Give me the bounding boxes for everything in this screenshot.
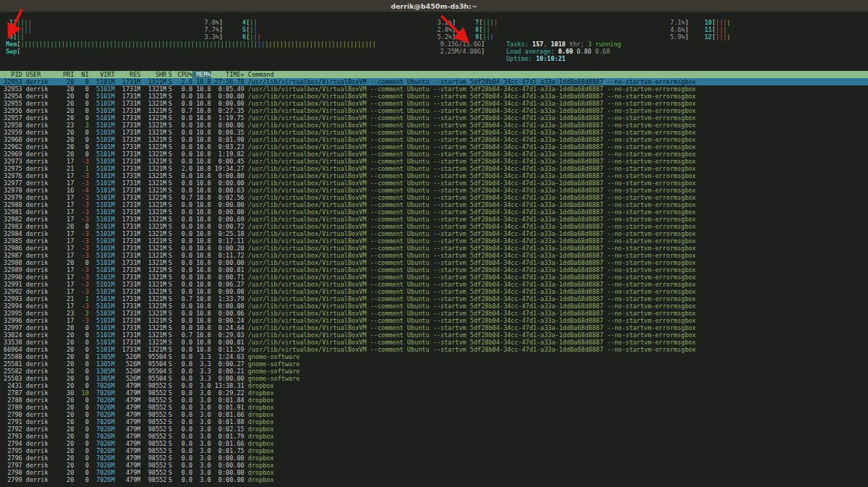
process-row[interactable]: 32957 derrik 20 0 5101M 1731M 1321M S 0.… — [0, 114, 868, 122]
process-row[interactable]: 32982 derrik 17 -3 5101M 1731M 1321M S 0… — [0, 216, 868, 223]
column-header-command[interactable]: Command — [244, 71, 868, 78]
process-row[interactable]: 2798 derrik 20 0 7026M 479M 98552 S 0.0 … — [0, 469, 868, 476]
cell-cpu: 0.0 — [174, 469, 192, 476]
process-row[interactable]: 32995 derrik 23 3 5101M 1731M 1321M S 0.… — [0, 310, 868, 317]
process-row[interactable]: 2795 derrik 20 0 7026M 479M 98552 S 0.0 … — [0, 447, 868, 454]
process-row[interactable]: 32954 derrik 20 0 5101M 1731M 1321M S 0.… — [0, 93, 868, 100]
cell-shr: 95504 — [140, 368, 166, 375]
process-row[interactable]: 32978 derrik 16 -4 5101M 1731M 1321M S 0… — [0, 187, 868, 194]
process-row-selected[interactable]: 32953 derrik 20 0 5101M 1731M 1321M S 2.… — [0, 78, 868, 85]
process-row[interactable]: 32955 derrik 20 0 5101M 1731M 1321M S 0.… — [0, 100, 868, 107]
column-header-res[interactable]: RES — [115, 71, 141, 78]
process-row[interactable]: 2431 derrik 20 0 7026M 479M 98552 S 0.0 … — [0, 382, 868, 389]
process-row[interactable]: 2789 derrik 20 0 7026M 479M 98552 S 0.0 … — [0, 404, 868, 411]
cell-user: derrik — [22, 136, 59, 143]
process-row[interactable]: 2790 derrik 20 0 7026M 479M 98552 S 0.0 … — [0, 411, 868, 418]
process-row[interactable]: 32979 derrik 17 -3 5101M 1731M 1321M S 0… — [0, 194, 868, 201]
process-row[interactable]: 32994 derrik 17 -3 5101M 1731M 1321M S 0… — [0, 302, 868, 310]
column-header-virt[interactable]: VIRT — [89, 71, 115, 78]
process-row[interactable]: 32997 derrik 20 0 5101M 1731M 1321M S 0.… — [0, 324, 868, 331]
process-row[interactable]: 25582 derrik 20 0 1305M 526M 95504 S 0.0… — [0, 368, 868, 375]
cell-res: 1731M — [115, 288, 141, 295]
process-row[interactable]: 2797 derrik 20 0 7026M 479M 98552 S 0.0 … — [0, 462, 868, 469]
process-row[interactable]: 32985 derrik 17 -3 5101M 1731M 1321M S 0… — [0, 237, 868, 245]
process-row[interactable]: 33024 derrik 20 0 5101M 1731M 1321M S 0.… — [0, 331, 868, 339]
process-row[interactable]: 32984 derrik 17 -3 5101M 1731M 1321M S 0… — [0, 230, 868, 237]
column-header-user[interactable]: USER — [22, 71, 59, 78]
stats-text: 1018 — [550, 41, 565, 48]
cell-res: 1731M — [115, 339, 141, 346]
process-row[interactable]: 32958 derrik 23 3 5101M 1731M 1321M S 0.… — [0, 122, 868, 129]
cell-pri: 17 — [59, 266, 74, 274]
stats-text: thr — [566, 41, 580, 48]
process-row[interactable]: 32960 derrik 20 0 5101M 1731M 1321M S 0.… — [0, 136, 868, 143]
column-header-cpu[interactable]: CPU% — [174, 71, 192, 78]
cell-ni: 3 — [74, 122, 88, 129]
cell-res: 1731M — [115, 230, 141, 237]
process-row[interactable]: 2791 derrik 20 0 7026M 479M 98552 S 0.0 … — [0, 418, 868, 425]
process-row[interactable]: 32959 derrik 20 0 5101M 1731M 1321M S 0.… — [0, 129, 868, 136]
cell-user: derrik — [22, 266, 59, 274]
process-row[interactable]: 33538 derrik 20 0 5101M 1731M 1321M S 0.… — [0, 339, 868, 346]
process-row[interactable]: 32953 derrik 20 0 5101M 1731M 1321M S 0.… — [0, 85, 868, 93]
column-header-state[interactable]: S — [166, 71, 174, 78]
cell-cpu: 0.0 — [174, 237, 192, 245]
process-row[interactable]: 32983 derrik 20 0 5101M 1731M 1321M S 0.… — [0, 223, 868, 230]
cell-command: dropbox — [244, 397, 868, 404]
cell-command: gnome-software — [244, 368, 868, 375]
column-header-time[interactable]: TIME+ — [211, 71, 244, 78]
meter-bracket-close: ] — [219, 19, 223, 26]
process-row[interactable]: 32987 derrik 17 -3 5101M 1731M 1321M S 0… — [0, 252, 868, 259]
process-row[interactable]: 32993 derrik 21 1 5101M 1731M 1321M S 0.… — [0, 295, 868, 302]
process-row[interactable]: 32977 derrik 17 -3 5101M 1731M 1321M S 0… — [0, 179, 868, 187]
column-header-shr[interactable]: SHR — [140, 71, 166, 78]
process-row[interactable]: 32981 derrik 17 -3 5101M 1731M 1321M S 0… — [0, 208, 868, 216]
process-row[interactable]: 2793 derrik 20 0 7026M 479M 98552 S 0.0 … — [0, 433, 868, 440]
process-row[interactable]: 32988 derrik 20 0 5101M 1731M 1321M S 0.… — [0, 259, 868, 266]
process-row[interactable]: 66964 derrik 20 0 5101M 1731M 1321M S 0.… — [0, 346, 868, 353]
column-header-ni[interactable]: NI — [74, 71, 88, 78]
cell-cpu: 0.0 — [174, 397, 192, 404]
process-row[interactable]: 25580 derrik 20 0 1305M 526M 95504 S 0.0… — [0, 353, 868, 360]
process-row[interactable]: 32975 derrik 21 1 5101M 1731M 1321M S 2.… — [0, 165, 868, 172]
process-row[interactable]: 32986 derrik 17 -3 5101M 1731M 1321M S 0… — [0, 245, 868, 252]
process-row[interactable]: 32996 derrik 17 -3 5101M 1731M 1321M S 0… — [0, 317, 868, 324]
process-row[interactable]: 32956 derrik 20 0 5101M 1731M 1321M S 0.… — [0, 107, 868, 114]
cell-shr: 1321M — [140, 245, 166, 252]
cell-shr: 1321M — [140, 122, 166, 129]
process-row[interactable]: 32990 derrik 17 -3 5101M 1731M 1321M S 0… — [0, 274, 868, 281]
cell-state: S — [166, 266, 174, 274]
process-row[interactable]: 2794 derrik 20 0 7026M 479M 98552 S 0.0 … — [0, 440, 868, 447]
process-row[interactable]: 32973 derrik 17 -3 5101M 1731M 1321M S 0… — [0, 158, 868, 165]
process-row[interactable]: 32980 derrik 17 -3 5101M 1731M 1321M S 0… — [0, 201, 868, 208]
process-row[interactable]: 32976 derrik 17 -3 5101M 1731M 1321M S 0… — [0, 172, 868, 179]
process-row[interactable]: 32989 derrik 17 -3 5101M 1731M 1321M S 0… — [0, 266, 868, 274]
process-row[interactable]: 32991 derrik 17 -3 5101M 1731M 1321M S 0… — [0, 281, 868, 288]
cell-pri: 17 — [59, 302, 74, 310]
process-row[interactable]: 2799 derrik 20 0 7026M 479M 98552 S 0.0 … — [0, 476, 868, 483]
cell-ni: -3 — [74, 288, 88, 295]
cell-state: S — [166, 331, 174, 339]
column-header-pid[interactable]: PID — [0, 71, 22, 78]
process-row[interactable]: 32992 derrik 17 -3 5101M 1731M 1321M S 0… — [0, 288, 868, 295]
cell-ni: -3 — [74, 208, 88, 216]
cell-command: /usr/lib/virtualbox/VirtualBoxVM --comme… — [244, 78, 868, 85]
process-row[interactable]: 25581 derrik 20 0 1305M 526M 95504 S 0.0… — [0, 360, 868, 368]
cell-mem: 10.8 — [192, 114, 211, 122]
process-row[interactable]: 2787 derrik 30 10 7026M 479M 98552 S 0.0… — [0, 389, 868, 397]
cell-cpu: 0.0 — [174, 245, 192, 252]
cell-command: /usr/lib/virtualbox/VirtualBoxVM --comme… — [244, 85, 868, 93]
cell-command: /usr/lib/virtualbox/VirtualBoxVM --comme… — [244, 288, 868, 295]
cell-pid: 33538 — [0, 339, 22, 346]
cell-virt: 5101M — [89, 259, 115, 266]
process-row[interactable]: 2788 derrik 20 0 7026M 479M 98552 S 0.0 … — [0, 397, 868, 404]
process-row[interactable]: 2796 derrik 20 0 7026M 479M 98552 S 0.0 … — [0, 454, 868, 462]
process-row[interactable]: 2792 derrik 20 0 7026M 479M 98552 S 0.0 … — [0, 425, 868, 433]
column-header-mem-sorted[interactable]: MEM% — [192, 71, 211, 78]
process-row[interactable]: 25503 derrik 20 0 1305M 526M 95504 S 0.0… — [0, 375, 868, 382]
column-header-pri[interactable]: PRI — [59, 71, 74, 78]
cell-ni: 0 — [74, 425, 88, 433]
process-row[interactable]: 32969 derrik 20 0 5101M 1731M 1321M S 0.… — [0, 151, 868, 158]
window-titlebar[interactable]: derrik@b450m-ds3h:~ — [0, 0, 868, 12]
process-row[interactable]: 32962 derrik 20 0 5101M 1731M 1321M S 0.… — [0, 143, 868, 151]
